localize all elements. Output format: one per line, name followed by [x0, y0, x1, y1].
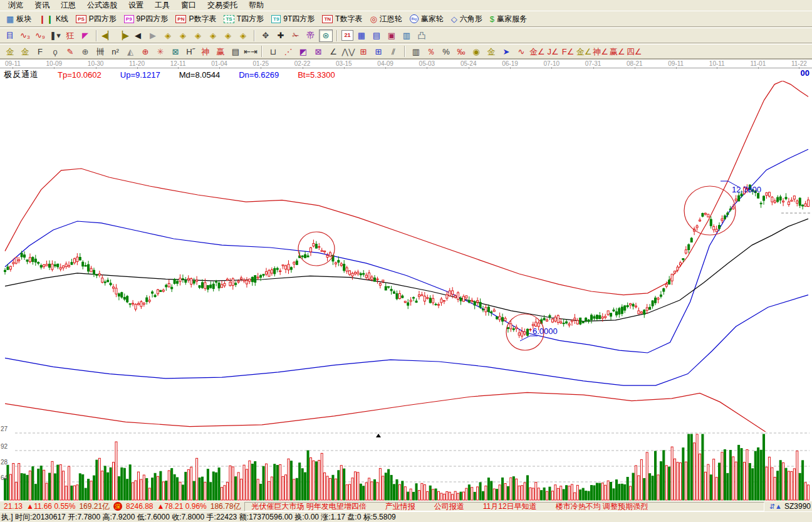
fib-tool-icon[interactable]: F: [33, 45, 47, 58]
gold-ring-icon[interactable]: ◉: [469, 45, 483, 58]
h-marks-icon[interactable]: Н˝: [184, 45, 197, 58]
gold-section-icon[interactable]: 金: [3, 45, 17, 58]
zigzag-icon[interactable]: ⋀⋁: [341, 45, 355, 58]
news-item-news-3[interactable]: 公司报道: [434, 502, 464, 511]
tool-p-square[interactable]: PSP四方形: [72, 13, 120, 26]
shen-angle-icon[interactable]: 神∠: [593, 45, 608, 58]
width-measure-icon[interactable]: ⇤⇥: [244, 45, 258, 58]
box-range-icon[interactable]: ⊔: [266, 45, 280, 58]
spiral-tool-icon[interactable]: ϙ: [48, 45, 62, 58]
menu-item-news[interactable]: 资讯: [29, 0, 55, 11]
fan-rays-icon[interactable]: ⋰: [281, 45, 295, 58]
toolbar-separator: [261, 46, 263, 57]
diamond-expand-icon[interactable]: ◈: [236, 29, 250, 42]
tool-hexagon[interactable]: ◇六角形: [447, 13, 486, 26]
percent-icon[interactable]: %: [439, 45, 453, 58]
star-burst-icon[interactable]: ✳: [154, 45, 167, 58]
shen-tool-icon[interactable]: 神: [199, 45, 212, 58]
brain-icon[interactable]: ⊛: [319, 29, 333, 42]
menu-item-settings[interactable]: 设置: [123, 0, 149, 11]
next-bar-icon[interactable]: ▶: [146, 29, 160, 42]
first-bar-icon[interactable]: ◀▏: [101, 29, 115, 42]
mirror-angle-icon[interactable]: ◭: [123, 45, 137, 58]
printer-icon[interactable]: 凸: [415, 29, 429, 42]
f-angle-icon[interactable]: F∠: [561, 45, 575, 58]
parallel-icon[interactable]: ⫽: [387, 45, 400, 58]
scroll-toggle-icon[interactable]: ⇵: [769, 503, 775, 510]
diamond-expand-h-icon[interactable]: ◈: [191, 29, 205, 42]
diamond-right-icon[interactable]: ◈: [176, 29, 190, 42]
calendar-21-icon[interactable]: 21: [341, 30, 353, 41]
last-bar-icon[interactable]: ▕▶: [116, 29, 130, 42]
four-angle-icon[interactable]: 四∠: [627, 45, 642, 58]
diamond-compress-icon[interactable]: ◈: [206, 29, 220, 42]
arrow-mark-icon[interactable]: ➤: [499, 45, 513, 58]
gold-levels-icon[interactable]: 金: [484, 45, 498, 58]
grid-target-icon[interactable]: ⊠: [169, 45, 182, 58]
menu-item-gann[interactable]: 江恩: [55, 0, 81, 11]
diamond-left-icon[interactable]: ◈: [161, 29, 175, 42]
calculator-icon[interactable]: ▦: [355, 29, 368, 42]
diamond-star-icon[interactable]: ◈: [221, 29, 235, 42]
candle-style-icon[interactable]: ❚▾: [48, 29, 62, 42]
sine-cycle-icon[interactable]: ∿: [514, 45, 528, 58]
fan-area-icon[interactable]: ◩: [296, 45, 310, 58]
n-square-icon[interactable]: n²: [108, 45, 122, 58]
tool-kline[interactable]: ❙❙K线: [35, 13, 72, 26]
save-disk-icon[interactable]: ▣: [385, 29, 398, 42]
trend-angles-icon[interactable]: ∠: [326, 45, 340, 58]
menu-item-formula-pick[interactable]: 公式选股: [81, 0, 123, 11]
marker-flag-icon[interactable]: ▲: [775, 503, 782, 510]
news-item-news-1[interactable]: 光伏催巨大市场 明年发电望增四倍: [251, 502, 366, 511]
kuang-pattern-icon[interactable]: 狂: [63, 29, 77, 42]
percent-zone-icon[interactable]: ％: [424, 45, 438, 58]
brush-tool-icon[interactable]: ✎: [63, 45, 77, 58]
tool-winner-wheel[interactable]: Big赢家轮: [406, 13, 447, 26]
tick-ruler-icon[interactable]: 卌: [93, 45, 107, 58]
tool-t-square[interactable]: TST四方形: [220, 13, 268, 26]
gold2-angle-icon[interactable]: 金∠: [576, 45, 592, 58]
ruler-123-icon[interactable]: ▤: [229, 45, 242, 58]
indicator-readout: 极反通道 Tp=10.0602Up=9.1217Md=8.0544Dn=6.62…: [4, 69, 335, 80]
export-data-icon[interactable]: ▥: [400, 29, 414, 42]
date-tick: 11-22: [791, 60, 807, 68]
red-grid-icon[interactable]: ⊞: [357, 45, 370, 58]
price-grid-icon[interactable]: ⊞: [372, 45, 385, 58]
tool-sector[interactable]: ▦板块: [3, 13, 35, 26]
news-item-news-5[interactable]: 楼市冷热不均 调整预期强烈: [556, 502, 648, 511]
menu-item-browse[interactable]: 浏览: [3, 0, 29, 11]
j-angle-icon[interactable]: J∠: [546, 45, 560, 58]
fan-grid-icon[interactable]: ⊠: [311, 45, 325, 58]
tool-gann-wheel[interactable]: ◎江恩轮: [366, 13, 405, 26]
tool-t9-square[interactable]: T99T四方形: [268, 13, 318, 26]
gann-emblem-icon[interactable]: 帝: [304, 29, 318, 42]
candlestick-chart[interactable]: [0, 60, 812, 501]
volume-ladder-icon[interactable]: ▥: [409, 45, 423, 58]
target-circle-icon[interactable]: ⊕: [138, 45, 152, 58]
tool-winner-service[interactable]: $赢家服务: [486, 13, 531, 26]
snip-icon[interactable]: ✁: [289, 29, 303, 42]
percent-retrace-icon[interactable]: ‰: [454, 45, 468, 58]
prev-bar-icon[interactable]: ◀: [131, 29, 145, 42]
news-item-news-4[interactable]: 11月12日早知道: [483, 502, 537, 511]
gold-section-2-icon[interactable]: 金: [18, 45, 32, 58]
tool-p-number[interactable]: PNP数字表: [172, 13, 220, 26]
cycle-circle-icon[interactable]: ⊕: [78, 45, 92, 58]
crosshair-icon[interactable]: ✚: [274, 29, 288, 42]
ying-tool-icon[interactable]: 赢: [214, 45, 227, 58]
menu-item-tools[interactable]: 工具: [149, 0, 175, 11]
hand-drag-icon[interactable]: ✥: [259, 29, 273, 42]
doc-notes-icon[interactable]: 目: [3, 29, 17, 42]
ying-angle-icon[interactable]: 赢∠: [610, 45, 625, 58]
wave-9-icon[interactable]: ∿₉: [33, 29, 47, 42]
gold-angle-icon[interactable]: 金∠: [529, 45, 545, 58]
wave-3-icon[interactable]: ∿₃: [18, 29, 32, 42]
news-item-news-2[interactable]: 产业情报: [385, 502, 415, 511]
notepad-icon[interactable]: ▤: [370, 29, 383, 42]
menu-item-trade[interactable]: 交易委托: [202, 0, 243, 11]
tool-t-number[interactable]: TNT数字表: [318, 13, 366, 26]
tool-p9-square[interactable]: P99P四方形: [120, 13, 172, 26]
flag-chart-icon[interactable]: ◤: [78, 29, 92, 42]
menu-item-help[interactable]: 帮助: [243, 0, 269, 11]
menu-item-window[interactable]: 窗口: [175, 0, 202, 11]
